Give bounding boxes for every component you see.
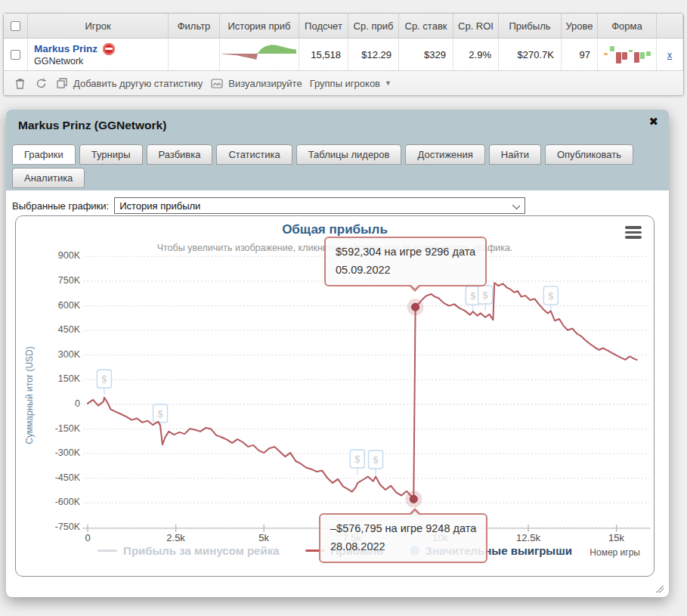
col-count[interactable]: Подсчет xyxy=(299,14,348,39)
header-select-all xyxy=(4,14,28,39)
tab-графики[interactable]: Графики xyxy=(12,144,76,165)
y-tick-label: 0 xyxy=(33,398,80,409)
player-detail-modal: Markus Prinz (GGNetwork) ✖ ГрафикиТурнир… xyxy=(6,110,669,597)
profit-value: $270.7K xyxy=(499,39,562,70)
tab-достижения[interactable]: Достижения xyxy=(405,144,484,165)
legend-profit-minus-rake[interactable]: Прибыль за минусом рейка xyxy=(97,544,279,557)
x-tick-label: 2.5k xyxy=(153,532,199,543)
col-remove xyxy=(657,14,683,39)
y-tick-label: 450K xyxy=(33,324,80,335)
tooltip-high-point: $592,304 на игре 9296 дата 05.09.2022 xyxy=(324,237,487,286)
col-player[interactable]: Игрок xyxy=(28,14,169,39)
x-tick-label: 0 xyxy=(65,532,110,543)
player-stats-table: Игрок Фильтр История приб Подсчет Ср. пр… xyxy=(3,13,684,96)
col-avg-stake[interactable]: Ср. ставк xyxy=(399,14,453,39)
tab-таблицы лидеров[interactable]: Таблицы лидеров xyxy=(296,144,402,165)
profit-history-cell[interactable] xyxy=(220,39,299,70)
col-level[interactable]: Урове xyxy=(562,14,598,39)
remove-row-link[interactable]: x xyxy=(667,49,673,60)
x-tick-label: 15k xyxy=(594,532,639,543)
svg-text:$: $ xyxy=(354,453,361,465)
tab-найти[interactable]: Найти xyxy=(489,144,541,165)
modal-content: Выбранные графики: История прибыли $$$$$… xyxy=(6,190,669,597)
row-select-cell xyxy=(4,39,28,70)
y-tick-label: -600K xyxy=(33,497,80,507)
image-icon xyxy=(210,76,224,90)
player-groups-label: Группы игроков xyxy=(310,78,380,89)
visualize-button[interactable]: Визуализируйте xyxy=(210,76,302,90)
chart-select-row: Выбранные графики: История прибыли xyxy=(12,197,525,214)
refresh-icon[interactable] xyxy=(34,76,48,90)
form-bar xyxy=(622,52,627,60)
tabs-row-1: ГрафикиТурнирыРазбивкаСтатистикаТаблицы … xyxy=(12,144,633,165)
form-bar xyxy=(629,50,633,52)
profit-chart[interactable]: $$$$$$$ Общая прибыль Чтобы увеличить из… xyxy=(15,215,655,577)
svg-text:$: $ xyxy=(470,290,476,302)
col-avg-roi[interactable]: Ср. ROI xyxy=(453,14,499,39)
form-bar xyxy=(646,51,651,56)
player-groups-dropdown[interactable]: Группы игроков ▼ xyxy=(310,78,391,89)
chart-type-select[interactable]: История прибыли xyxy=(114,197,525,214)
col-profit[interactable]: Прибыль xyxy=(499,14,562,39)
svg-text:$: $ xyxy=(548,290,554,302)
add-statistic-button[interactable]: Добавить другую статистику xyxy=(55,76,203,90)
form-bar xyxy=(640,52,645,59)
player-name-link[interactable]: Markus Prinz xyxy=(34,43,97,54)
y-tick-label: -450K xyxy=(33,472,80,483)
col-avg-profit[interactable]: Ср. приб xyxy=(348,14,399,39)
svg-text:$: $ xyxy=(157,408,163,419)
tabs-row-2: Аналитика xyxy=(12,168,85,188)
level-value: 97 xyxy=(562,39,598,70)
filter-cell xyxy=(169,39,220,70)
form-bar xyxy=(634,52,639,63)
chart-menu-icon[interactable] xyxy=(625,226,642,241)
chart-title: Общая прибыль xyxy=(16,222,654,237)
tab-разбивка[interactable]: Разбивка xyxy=(147,144,213,165)
form-bar xyxy=(604,53,608,55)
visualize-label: Визуализируйте xyxy=(228,78,302,89)
y-tick-label: 750K xyxy=(33,275,80,286)
svg-text:$: $ xyxy=(101,373,107,385)
modal-title: Markus Prinz (GGNetwork) xyxy=(18,119,166,132)
row-checkbox[interactable] xyxy=(11,50,20,60)
col-profit-history[interactable]: История приб xyxy=(220,14,299,39)
delete-icon[interactable] xyxy=(13,76,26,90)
svg-text:$: $ xyxy=(482,289,488,301)
col-filter[interactable]: Фильтр xyxy=(169,14,220,39)
copy-icon xyxy=(55,76,69,90)
avg-profit-value: $12.29 xyxy=(348,39,399,70)
close-icon[interactable]: ✖ xyxy=(648,115,658,128)
resize-handle[interactable] xyxy=(656,585,664,593)
y-tick-label: 150K xyxy=(33,373,80,384)
chevron-down-icon xyxy=(512,202,520,209)
y-tick-label: 900K xyxy=(33,250,80,261)
col-form[interactable]: Форма xyxy=(598,14,657,39)
form-bar xyxy=(616,52,621,63)
select-all-checkbox[interactable] xyxy=(11,21,20,31)
network-label: GGNetwork xyxy=(34,56,83,67)
count-value: 15,518 xyxy=(299,39,348,70)
tab-статистика[interactable]: Статистика xyxy=(216,144,292,165)
tab-опубликовать[interactable]: Опубликовать xyxy=(545,144,633,165)
page: Игрок Фильтр История приб Подсчет Ср. пр… xyxy=(0,0,687,616)
tab-турниры[interactable]: Турниры xyxy=(79,144,143,165)
y-tick-label: 600K xyxy=(33,300,80,311)
tab-аналитика[interactable]: Аналитика xyxy=(12,168,85,188)
form-cell xyxy=(598,39,657,70)
y-tick-label: 300K xyxy=(33,349,80,360)
avg-roi-value: 2.9% xyxy=(453,39,499,70)
x-tick-label: 12.5k xyxy=(506,532,551,543)
add-statistic-label: Добавить другую статистику xyxy=(73,78,203,89)
chart-type-value: История прибыли xyxy=(119,200,200,212)
remove-cell: x xyxy=(657,39,683,70)
blocked-icon xyxy=(103,43,115,55)
y-tick-label: -150K xyxy=(33,423,80,434)
selected-charts-label: Выбранные графики: xyxy=(12,200,109,212)
svg-text:$: $ xyxy=(373,454,379,466)
form-mini-chart xyxy=(603,44,651,65)
y-tick-label: -750K xyxy=(33,522,80,532)
tooltip-low-point: –$576,795 на игре 9248 дата 28.08.2022 xyxy=(319,513,487,563)
y-tick-label: -300K xyxy=(33,447,80,458)
form-bar xyxy=(610,46,614,51)
profit-sparkline xyxy=(222,42,296,67)
